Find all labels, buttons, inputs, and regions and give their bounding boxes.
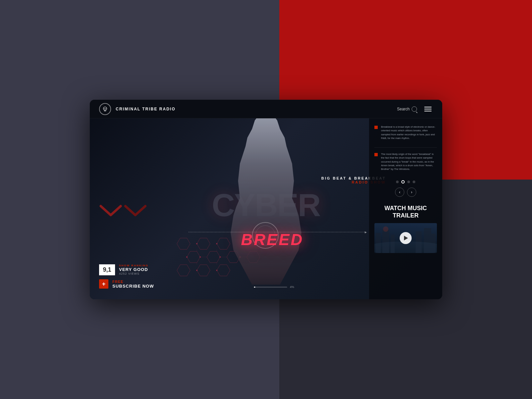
subscribe-text: FREE SUBSCRIBE NOW <box>112 280 154 289</box>
watch-title-line2: TRAILER <box>393 212 419 219</box>
rank-value: VERY GOOD <box>119 267 148 272</box>
breed-title: BREED <box>241 230 304 249</box>
svg-marker-8 <box>197 238 210 249</box>
logo-icon <box>99 103 111 115</box>
info-text-2: The most likely origin of the word "brea… <box>381 152 437 171</box>
progress-percent: 4% <box>290 285 294 289</box>
play-icon <box>404 236 408 240</box>
subscribe-plus-button[interactable]: + <box>99 279 108 289</box>
navbar: CRIMINAL TRIBE RADIO Search <box>90 100 442 118</box>
red-square-icon <box>374 126 378 129</box>
hamburger-line <box>424 109 432 109</box>
svg-point-0 <box>103 107 107 110</box>
search-label: Search <box>397 107 410 111</box>
svg-marker-4 <box>207 251 220 263</box>
svg-point-26 <box>196 270 198 271</box>
info-block-2: The most likely origin of the word "brea… <box>374 152 437 171</box>
svg-marker-7 <box>217 265 230 276</box>
video-thumbnail[interactable] <box>374 223 437 253</box>
progress-fill <box>254 287 255 288</box>
rank-label: SHOW RANKING <box>119 264 148 267</box>
ranking-block: 9,1 SHOW RANKING VERY GOOD 4252 VIEWS <box>99 264 154 275</box>
svg-marker-6 <box>197 265 210 276</box>
dot-1[interactable] <box>396 181 399 183</box>
dot-2-active[interactable] <box>401 180 405 184</box>
main-card: CRIMINAL TRIBE RADIO Search CYBER BIG BE… <box>90 100 442 299</box>
svg-marker-10 <box>177 265 190 276</box>
rank-info: SHOW RANKING VERY GOOD 4252 VIEWS <box>119 264 148 275</box>
rank-score: 9,1 <box>99 264 115 275</box>
subscribe-free: FREE <box>112 280 154 284</box>
chevrons <box>99 204 147 219</box>
right-panel: Breakbeat is a broad style of electronic… <box>369 118 442 299</box>
svg-point-22 <box>219 256 221 258</box>
svg-marker-9 <box>217 238 230 249</box>
watch-title-line1: WATCH MUSIC <box>384 205 427 211</box>
svg-point-2 <box>105 108 106 108</box>
rank-views: 4252 VIEWS <box>119 272 148 275</box>
hamburger-menu[interactable] <box>423 105 433 113</box>
svg-point-1 <box>104 108 105 108</box>
search-button[interactable]: Search <box>397 106 417 112</box>
svg-point-21 <box>200 256 201 258</box>
content-area: CYBER BIG BEAT & BREAKBEAT RADIO SHOW BR… <box>90 118 442 299</box>
carousel-dots <box>374 180 437 184</box>
svg-point-36 <box>383 226 388 232</box>
divider <box>374 147 437 148</box>
brand-name: CRIMINAL TRIBE RADIO <box>116 107 176 111</box>
dot-3[interactable] <box>407 181 410 183</box>
hamburger-line <box>424 111 432 111</box>
red-square-icon <box>374 153 378 156</box>
navbar-left: CRIMINAL TRIBE RADIO <box>99 103 176 115</box>
svg-point-27 <box>216 270 217 271</box>
subscribe-label: SUBSCRIBE NOW <box>112 284 154 289</box>
prev-arrow-button[interactable]: ‹ <box>395 188 404 197</box>
next-arrow-button[interactable]: › <box>407 188 416 197</box>
svg-marker-3 <box>187 251 200 263</box>
bottom-stats: 9,1 SHOW RANKING VERY GOOD 4252 VIEWS + … <box>99 264 154 289</box>
navbar-right: Search <box>397 105 433 113</box>
progress-area: 4% <box>254 285 294 289</box>
watch-title: WATCH MUSIC TRAILER <box>374 205 437 219</box>
progress-bar[interactable] <box>254 287 287 288</box>
info-text-1: Breakbeat is a broad style of electronic… <box>381 125 437 140</box>
svg-point-24 <box>196 243 198 244</box>
dotted-arrow: ▶ <box>365 231 367 234</box>
subscribe-block: + FREE SUBSCRIBE NOW <box>99 279 154 289</box>
info-block-1: Breakbeat is a broad style of electronic… <box>374 125 437 140</box>
search-icon <box>412 106 417 112</box>
svg-marker-11 <box>177 238 190 249</box>
hamburger-line <box>424 107 432 107</box>
dot-4[interactable] <box>413 181 415 183</box>
svg-point-20 <box>186 256 188 258</box>
carousel-arrows: ‹ › <box>374 188 437 197</box>
svg-point-25 <box>216 243 217 244</box>
